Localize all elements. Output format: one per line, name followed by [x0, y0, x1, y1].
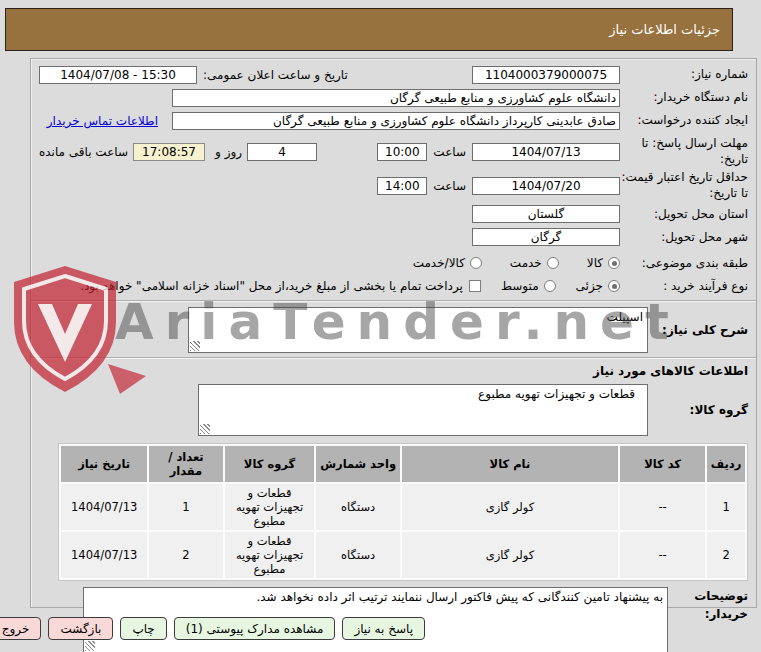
row-province: استان محل تحویل: گلستان	[39, 204, 748, 224]
radio-option-goods-service[interactable]: کالا/خدمت	[413, 256, 482, 270]
cell-quantity: 1	[149, 484, 222, 530]
radio-label-minor: جزئی	[576, 279, 603, 293]
city-field[interactable]: گرگان	[472, 228, 620, 246]
classification-label: طبقه بندی موضوعی:	[620, 256, 748, 272]
goods-group-value: قطعات و تجهیزات تهویه مطبوع	[199, 385, 647, 403]
need-description-label: شرح کلی نیاز:	[648, 323, 748, 339]
radio-option-medium[interactable]: متوسط	[501, 279, 556, 293]
radio-icon-minor[interactable]	[608, 280, 620, 292]
cell-quantity: 2	[149, 532, 222, 578]
deadline-date-field[interactable]: 1404/07/13	[472, 143, 620, 161]
col-header-row-number: ردیف	[707, 446, 745, 482]
view-attachments-button[interactable]: مشاهده مدارک پیوستی (1)	[174, 617, 336, 640]
goods-table-row: 2 -- کولر گازی دستگاه قطعات و تجهیزات ته…	[61, 532, 745, 578]
radio-icon-service[interactable]	[547, 257, 559, 269]
cell-unit: دستگاه	[316, 484, 399, 530]
radio-icon-goods-service[interactable]	[470, 257, 482, 269]
col-header-item-name: نام کالا	[402, 446, 618, 482]
radio-icon-medium[interactable]	[544, 280, 556, 292]
radio-label-goods: کالا	[587, 256, 603, 270]
row-need-number: شماره نیاز: 1104000379000075 تاریخ و ساع…	[39, 65, 748, 85]
row-need-description: شرح کلی نیاز: اسپیلت	[39, 307, 748, 353]
cell-item-name: کولر گازی	[402, 484, 618, 530]
cell-item-name: کولر گازی	[402, 532, 618, 578]
remaining-time-group: 4 روز و 17:08:57 ساعت باقی مانده	[39, 143, 317, 161]
radio-icon-goods[interactable]	[608, 257, 620, 269]
creator-label: ایجاد کننده درخواست:	[620, 113, 748, 129]
announce-datetime-field[interactable]: 1404/07/08 - 15:30	[39, 66, 197, 84]
radio-option-goods[interactable]: کالا	[587, 256, 620, 270]
deadline-label: مهلت ارسال پاسخ: تا تاریخ:	[620, 136, 748, 167]
print-button[interactable]: چاپ	[120, 617, 166, 640]
cell-item-code: --	[620, 484, 705, 530]
cell-item-code: --	[620, 532, 705, 578]
buyer-contact-link[interactable]: اطلاعات تماس خریدار	[47, 114, 158, 128]
page-title-bar: جزئیات اطلاعات نیاز	[5, 8, 733, 51]
treasury-checkbox[interactable]	[469, 280, 481, 292]
creator-field[interactable]: صادق عابدینی کارپرداز دانشگاه علوم کشاور…	[172, 112, 620, 130]
validity-date-field[interactable]: 1404/07/20	[472, 177, 620, 195]
row-creator: ایجاد کننده درخواست: صادق عابدینی کارپرد…	[39, 111, 748, 131]
page-title: جزئیات اطلاعات نیاز	[609, 22, 720, 37]
province-label: استان محل تحویل:	[620, 207, 748, 223]
buyer-org-label: نام دستگاه خریدار:	[620, 90, 748, 106]
treasury-note: پرداخت تمام یا بخشی از مبلغ خرید،از محل …	[80, 279, 463, 293]
validity-hour-label: ساعت	[433, 179, 466, 193]
radio-label-service: خدمت	[510, 256, 542, 270]
remaining-label: ساعت باقی مانده	[39, 145, 128, 159]
col-header-unit: واحد شمارش	[316, 446, 399, 482]
radio-label-medium: متوسط	[501, 279, 539, 293]
cell-group: قطعات و تجهیزات تهویه مطبوع	[225, 484, 315, 530]
radio-label-goods-service: کالا/خدمت	[413, 256, 465, 270]
col-header-quantity: تعداد / مقدار	[149, 446, 222, 482]
buyer-org-field[interactable]: دانشگاه علوم کشاورزی و منابع طبیعی گرگان	[172, 89, 620, 107]
row-goods-group: گروه کالا: قطعات و تجهیزات تهویه مطبوع	[39, 384, 748, 436]
respond-to-need-button[interactable]: پاسخ به نیاز	[342, 617, 425, 640]
deadline-hour-label: ساعت	[433, 145, 466, 159]
cell-need-date: 1404/07/13	[61, 532, 147, 578]
row-process-type: نوع فرآیند خرید : جزئی متوسط پرداخت تمام…	[39, 276, 748, 296]
row-buyer-org: نام دستگاه خریدار: دانشگاه علوم کشاورزی …	[39, 88, 748, 108]
need-description-value: اسپیلت	[189, 308, 647, 326]
goods-table: ردیف کد کالا نام کالا واحد شمارش گروه کا…	[58, 443, 748, 581]
cell-row-number: 2	[707, 532, 745, 578]
col-header-item-code: کد کالا	[620, 446, 705, 482]
col-header-group: گروه کالا	[225, 446, 315, 482]
cell-need-date: 1404/07/13	[61, 484, 147, 530]
province-field[interactable]: گلستان	[472, 205, 620, 223]
cell-unit: دستگاه	[316, 532, 399, 578]
process-type-label: نوع فرآیند خرید :	[620, 279, 748, 295]
remaining-countdown: 17:08:57	[133, 143, 205, 161]
remaining-days-label: روز و	[215, 145, 242, 159]
need-description-textarea[interactable]: اسپیلت	[188, 307, 648, 353]
need-number-label: شماره نیاز:	[620, 67, 748, 83]
row-classification: طبقه بندی موضوعی: کالا خدمت کالا/خدمت	[39, 253, 748, 273]
row-deadline: مهلت ارسال پاسخ: تا تاریخ: 1404/07/13 سا…	[39, 136, 748, 167]
remaining-days-field: 4	[247, 143, 317, 161]
validity-time-field[interactable]: 14:00	[377, 177, 427, 195]
need-details-page: { "titlebar": { "title": "جزئیات اطلاعات…	[0, 0, 761, 652]
radio-option-service[interactable]: خدمت	[510, 256, 559, 270]
buyer-notes-label: توضیحات خریدار:	[668, 587, 748, 623]
goods-group-textarea[interactable]: قطعات و تجهیزات تهویه مطبوع	[198, 384, 648, 436]
buyer-notes-value: به پیشنهاد تامین کنندگانی که پیش فاکتور …	[84, 588, 667, 606]
goods-group-label: گروه کالا:	[648, 403, 748, 419]
section-divider	[31, 357, 756, 359]
cell-group: قطعات و تجهیزات تهویه مطبوع	[225, 532, 315, 578]
deadline-time-field[interactable]: 10:00	[377, 143, 427, 161]
need-info-panel: شماره نیاز: 1104000379000075 تاریخ و ساع…	[30, 58, 757, 608]
city-label: شهر محل تحویل:	[620, 230, 748, 246]
announce-group: تاریخ و ساعت اعلان عمومی: 1404/07/08 - 1…	[39, 66, 348, 84]
back-button[interactable]: بازگشت	[48, 617, 113, 640]
cell-row-number: 1	[707, 484, 745, 530]
need-number-field[interactable]: 1104000379000075	[472, 66, 620, 84]
row-city: شهر محل تحویل: گرگان	[39, 227, 748, 247]
radio-option-minor[interactable]: جزئی	[576, 279, 620, 293]
goods-table-row: 1 -- کولر گازی دستگاه قطعات و تجهیزات ته…	[61, 484, 745, 530]
exit-button[interactable]: خروج	[0, 617, 41, 640]
announce-label: تاریخ و ساعت اعلان عمومی:	[203, 68, 348, 82]
bottom-toolbar: پاسخ به نیاز مشاهده مدارک پیوستی (1) چاپ…	[0, 617, 425, 640]
goods-table-header-row: ردیف کد کالا نام کالا واحد شمارش گروه کا…	[61, 446, 745, 482]
section-divider	[31, 300, 756, 302]
validity-label: حداقل تاریخ اعتبار قیمت: تا تاریخ:	[620, 170, 748, 201]
